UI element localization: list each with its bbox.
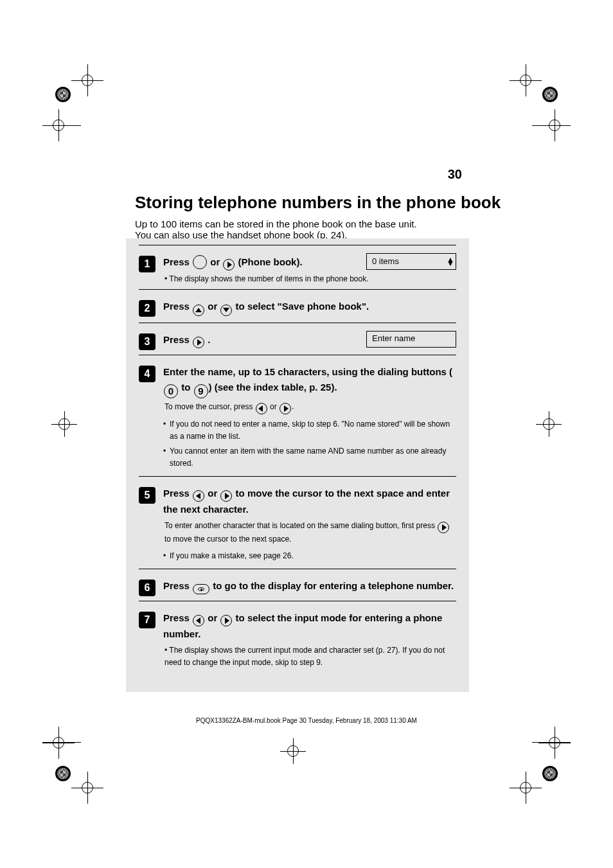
step-6: 6 Press to go to the display for enterin…	[139, 569, 456, 601]
step-5: 5 Press or to move the cursor to the nex…	[139, 476, 456, 568]
step-head: Enter the name, up to 15 characters, usi…	[163, 364, 456, 398]
lcd-display: Enter name	[366, 331, 456, 348]
right-arrow-icon	[438, 522, 449, 533]
right-arrow-icon	[280, 403, 291, 414]
main-title: Storing telephone numbers in the phone b…	[135, 193, 501, 213]
crop-mark-right	[536, 411, 562, 437]
right-arrow-icon	[223, 259, 235, 270]
bullet: You cannot enter an item with the same n…	[163, 445, 456, 470]
lcd-arrows-icon: ▲▼	[447, 258, 453, 265]
step-bullets: If you do not need to enter a name, skip…	[163, 418, 456, 470]
step-number: 4	[139, 366, 155, 382]
step-note: To move the cursor, press or .	[163, 401, 456, 414]
step-number: 2	[139, 300, 155, 317]
step-number: 1	[139, 256, 155, 272]
step-2: 2 Press or to select "Save phone book".	[139, 289, 456, 323]
oval-button-icon	[193, 584, 209, 594]
right-arrow-icon	[220, 615, 232, 626]
lcd-text: 0 items	[372, 255, 399, 269]
lcd-display: 0 items ▲▼	[366, 253, 456, 270]
left-arrow-icon	[193, 490, 204, 502]
crop-mark-bottom	[280, 738, 306, 764]
left-arrow-icon	[256, 403, 267, 414]
left-arrow-icon	[193, 615, 204, 626]
step-note: • The display shows the number of items …	[163, 273, 456, 285]
steps-panel: 1 0 items ▲▼ Press or (Phone book). • Th…	[126, 238, 469, 692]
crop-mark-left	[51, 411, 77, 437]
step-number: 3	[139, 333, 155, 350]
step-bullets: If you make a mistake, see page 26.	[163, 550, 456, 562]
step-number: 5	[139, 487, 155, 504]
step-4: 4 Enter the name, up to 15 characters, u…	[139, 355, 456, 477]
bullet: If you make a mistake, see page 26.	[163, 550, 456, 562]
dial-9-icon: 9	[194, 384, 208, 398]
step-number: 7	[139, 612, 155, 628]
step-note: • The display shows the current input mo…	[163, 644, 456, 669]
step-7: 7 Press or to select the input mode for …	[139, 601, 456, 673]
step-head: Press or to select "Save phone book".	[163, 299, 456, 316]
up-arrow-icon	[193, 305, 204, 316]
down-arrow-icon	[220, 305, 232, 316]
step-head: Press to go to the display for entering …	[163, 578, 456, 594]
step-note: To enter another character that is locat…	[163, 520, 456, 545]
step-3: 3 Enter name Press .	[139, 323, 456, 355]
subtitle: Up to 100 items can be stored in the pho…	[135, 218, 417, 240]
circle-button-icon	[193, 255, 207, 269]
dial-0-icon: 0	[164, 384, 178, 398]
subtitle-line-1: Up to 100 items can be stored in the pho…	[135, 218, 417, 229]
step-head: Press or to move the cursor to the next …	[163, 486, 456, 517]
lcd-text: Enter name	[372, 332, 415, 346]
step-number: 6	[139, 580, 155, 596]
step-head: Press or to select the input mode for en…	[163, 610, 456, 642]
right-arrow-icon	[193, 337, 204, 348]
print-footer: PQQX13362ZA-BM-mul.book Page 30 Tuesday,…	[0, 717, 613, 724]
bullet: If you do not need to enter a name, skip…	[163, 418, 456, 443]
right-arrow-icon	[220, 490, 232, 502]
page-number: 30	[448, 167, 462, 182]
step-1: 1 0 items ▲▼ Press or (Phone book). • Th…	[139, 245, 456, 289]
